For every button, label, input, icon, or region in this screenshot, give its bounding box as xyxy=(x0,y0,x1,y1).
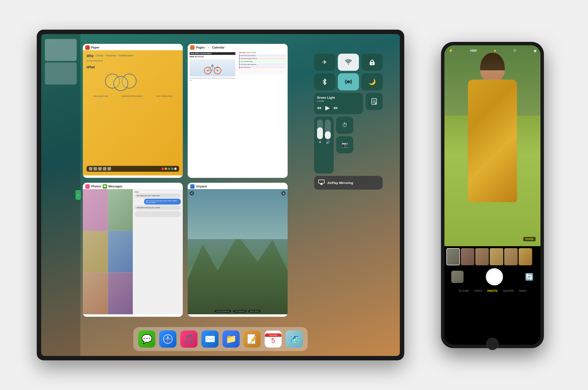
app-label-paper: Paper xyxy=(83,44,183,50)
cc-wifi-btn[interactable] xyxy=(338,54,359,71)
camera-switch-btn[interactable]: 🔄 xyxy=(525,273,534,281)
pages-cal-content: Easy Rides Custom Bikes RIDE IN STYLE xyxy=(188,50,288,175)
paper-venn-diagram xyxy=(87,74,179,91)
app-card-paper[interactable]: Paper Why Clarity Creativity Collaborati… xyxy=(83,44,183,178)
cc-volume-slider[interactable]: 🔊 xyxy=(325,120,331,144)
svg-point-12 xyxy=(371,63,373,64)
film-thumb-4[interactable] xyxy=(490,248,503,265)
airpano-app-icon xyxy=(190,184,195,189)
paper-toolbar xyxy=(87,166,179,172)
mode-slo-mo[interactable]: SLO-MO xyxy=(459,289,469,293)
tool-4 xyxy=(103,167,106,171)
mode-pano[interactable]: PANO xyxy=(519,289,526,293)
photo-thumb-6 xyxy=(108,273,133,314)
cc-camera-btn[interactable]: 📷 xyxy=(336,136,353,153)
camera-hdr-label[interactable]: HDR xyxy=(470,49,477,52)
mode-photo[interactable]: PHOTO xyxy=(487,289,498,293)
camera-filter-btn[interactable]: ◉ xyxy=(534,49,537,53)
app-card-airpano[interactable]: Airpano ✕ ⊕ Christ the Redeemer xyxy=(188,183,288,317)
cc-screenlock-btn[interactable] xyxy=(361,54,383,71)
airpano-app-name: Airpano xyxy=(196,185,207,188)
calendar-card: Monday June 5, 2017 9:00 AM Team Standup… xyxy=(238,50,288,175)
photos-app-name: Photos xyxy=(91,185,101,188)
cc-airplane-btn[interactable]: ✈ xyxy=(314,54,335,71)
shutter-inner xyxy=(487,270,501,284)
cc-play-btn[interactable]: ▶ xyxy=(325,104,330,111)
pages-doc-title: Easy Rides Custom Bikes xyxy=(190,52,236,55)
app-label-photos-msg: Photos 💬 Messages xyxy=(83,183,183,189)
airplay-svg xyxy=(318,179,325,185)
airpano-sky xyxy=(188,189,288,239)
cal-event-4: 4:30 PM Coffee Meeting xyxy=(239,63,286,66)
pages-cal-split: Easy Rides Custom Bikes RIDE IN STYLE xyxy=(188,50,288,175)
cc-dnd-btn[interactable]: 🌙 xyxy=(361,73,383,90)
app-card-pages-calendar[interactable]: Pages 5 Calendar Easy Rides Custom Bikes… xyxy=(188,44,288,178)
cc-music-widget: Green Light Lorde ⏮ ▶ ⏭ xyxy=(314,93,363,114)
paper-label-3: IDEA TWINKLATION xyxy=(156,95,172,97)
photos-messages-content: Katie Ok, these are cool. Great idea. We… xyxy=(83,189,183,314)
app-label-pages-cal: Pages 5 Calendar xyxy=(188,44,288,50)
dock-travel[interactable]: 🗺️ xyxy=(286,331,303,348)
camera-flash-icon[interactable]: ⚡ xyxy=(448,48,453,53)
cc-bluetooth-btn[interactable] xyxy=(314,73,335,90)
dock-mail[interactable]: ✉️ xyxy=(201,331,219,348)
tool-5 xyxy=(107,167,111,171)
dock-music[interactable]: 🎵 xyxy=(180,331,197,348)
paper-label-2: LEARNING PROCESSING? xyxy=(122,95,143,97)
airpano-close-btn[interactable]: ✕ xyxy=(190,191,194,195)
control-center-panel: ✈ xyxy=(293,44,392,178)
svg-line-4 xyxy=(208,66,212,71)
paper-text-block: Why Clarity Creativity Collaboration xyxy=(87,54,179,58)
camera-timer-btn[interactable]: ⏱ xyxy=(513,49,516,53)
cc-volume-bar xyxy=(325,120,331,139)
camera-gallery-thumb[interactable] xyxy=(451,271,464,283)
app-card-photos-messages[interactable]: Photos 💬 Messages xyxy=(83,183,183,317)
dock-pages[interactable]: 📝 xyxy=(244,331,261,348)
camera-shutter-btn[interactable] xyxy=(486,268,503,285)
vivid-badge: VIVID xyxy=(523,237,536,241)
sidebar-expand-arrow[interactable]: › xyxy=(75,190,81,200)
mode-square[interactable]: SQUARE xyxy=(503,289,514,293)
iphone-device: ⚡ HDR ● ⏱ ◉ VIVID xyxy=(441,42,544,348)
dock-messages[interactable]: 💬 xyxy=(138,331,155,348)
film-thumb-5[interactable] xyxy=(504,248,518,265)
airpano-expand-btn[interactable]: ⊕ xyxy=(281,191,286,195)
dot-2 xyxy=(165,168,167,170)
airpano-bg: ✕ ⊕ Christ the Redeemer The Colosseum Ma… xyxy=(188,189,288,314)
dock-safari[interactable] xyxy=(159,331,176,348)
dock-files[interactable]: 📁 xyxy=(222,331,240,348)
cc-fast-forward-btn[interactable]: ⏭ xyxy=(334,105,338,110)
svg-rect-18 xyxy=(318,180,324,183)
cc-music-title: Green Light xyxy=(317,96,360,99)
film-thumb-2[interactable] xyxy=(461,248,474,265)
mode-video[interactable]: VIDEO xyxy=(474,289,482,293)
tool-1 xyxy=(89,167,92,171)
person-head xyxy=(480,53,505,82)
film-thumb-1[interactable] xyxy=(446,248,460,265)
cc-notes-btn[interactable] xyxy=(366,93,383,110)
paper-app-name: Paper xyxy=(91,46,99,49)
cc-sliders-row: ☀ 🔊 ⏱ 📷 xyxy=(314,117,383,173)
photo-thumb-3 xyxy=(83,231,108,273)
bluetooth-icon xyxy=(322,78,327,85)
iphone-home-btn[interactable] xyxy=(486,338,498,350)
vivid-label: VIVID xyxy=(525,238,534,241)
lock-icon xyxy=(369,59,375,66)
svg-point-13 xyxy=(347,80,350,83)
msg-input-bar[interactable] xyxy=(135,211,181,217)
photo-thumb-2 xyxy=(108,189,133,231)
cc-rewind-btn[interactable]: ⏮ xyxy=(317,105,321,110)
cal-footer xyxy=(239,70,286,74)
cc-airplay-btn[interactable]: AirPlay Mirroring xyxy=(314,176,383,190)
film-thumb-6[interactable] xyxy=(519,248,532,265)
cc-timer-btn[interactable]: ⏱ xyxy=(336,117,353,134)
svg-line-6 xyxy=(212,66,213,71)
camera-live-btn[interactable]: ● xyxy=(494,49,496,53)
cc-airdrop-btn[interactable] xyxy=(338,73,359,90)
airpano-tag-3: Machu Picchu xyxy=(249,310,260,312)
cc-brightness-slider[interactable]: ☀ xyxy=(317,120,323,144)
wifi-icon xyxy=(345,59,352,65)
film-thumb-3[interactable] xyxy=(475,248,489,265)
dock-calendar[interactable]: Monday 5 xyxy=(265,331,282,348)
scene: › Paper Why Clarity Creat xyxy=(24,17,564,373)
